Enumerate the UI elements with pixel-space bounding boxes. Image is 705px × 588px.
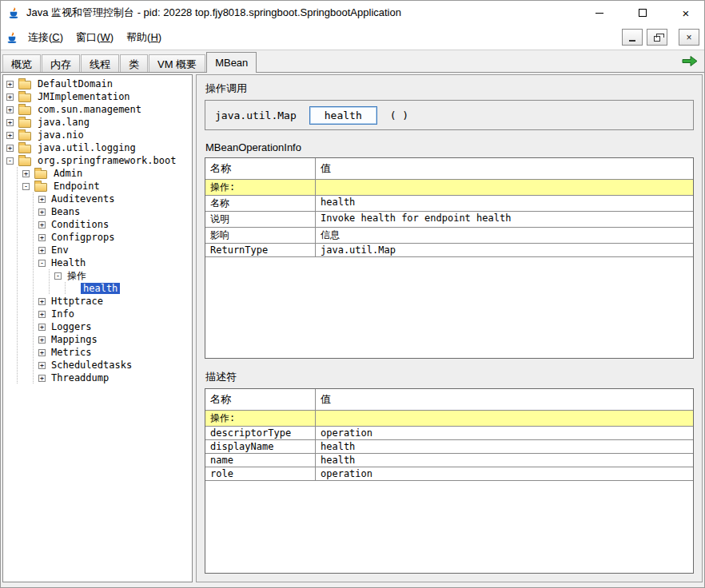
expand-icon[interactable]: +: [38, 247, 46, 254]
table-header-row: 名称值: [205, 158, 693, 180]
tree-indent-guide: [6, 346, 22, 359]
table-row: 名称health: [205, 196, 693, 212]
tree-item-metrics[interactable]: +Metrics: [3, 346, 192, 359]
tree-item-java-lang[interactable]: +java.lang: [3, 116, 192, 129]
tree-item-mappings[interactable]: +Mappings: [3, 333, 192, 346]
expand-icon[interactable]: +: [22, 170, 30, 177]
invoke-health-button[interactable]: health: [309, 106, 377, 125]
tree-item-java-util-logging[interactable]: +java.util.logging: [3, 141, 192, 154]
tree-item-endpoint[interactable]: -Endpoint: [3, 180, 192, 193]
expand-icon[interactable]: +: [38, 311, 46, 318]
tree-item-auditevents[interactable]: +Auditevents: [3, 193, 192, 205]
tree-item-threaddump[interactable]: +Threaddump: [3, 371, 192, 384]
tree-item-health[interactable]: health: [3, 282, 192, 295]
tab-mbean[interactable]: MBean: [206, 52, 257, 73]
collapse-icon[interactable]: -: [38, 260, 46, 267]
tree-item-configprops[interactable]: +Configprops: [3, 231, 192, 244]
tab-strip: 概览内存线程类VM 概要MBean: [2, 50, 257, 72]
expand-icon[interactable]: +: [6, 132, 14, 139]
expand-icon[interactable]: +: [6, 119, 14, 126]
minimize-icon: [595, 13, 603, 14]
tree-item-httptrace[interactable]: +Httptrace: [3, 295, 192, 308]
menu-item-h[interactable]: 帮助(H): [120, 26, 168, 49]
collapse-icon[interactable]: -: [22, 183, 30, 190]
tab-线程[interactable]: 线程: [81, 54, 119, 72]
table-row: namehealth: [205, 454, 693, 467]
operation-params: ( ): [390, 109, 408, 121]
menu-item-c[interactable]: 连接(C): [22, 26, 70, 49]
row-value: java.util.Map: [316, 244, 693, 257]
operation-invoke-box: java.util.Map health ( ): [205, 100, 694, 130]
tree-item-java-nio[interactable]: +java.nio: [3, 129, 192, 141]
tree-item-conditions[interactable]: +Conditions: [3, 218, 192, 231]
window-minimize-button[interactable]: [581, 1, 618, 25]
expander-placeholder: [70, 285, 78, 292]
folder-icon: [18, 119, 31, 128]
tree-indent-guide: [38, 282, 54, 295]
row-name: 说明: [205, 212, 316, 228]
tree-indent-guide: [22, 320, 38, 333]
tree-item-admin[interactable]: +Admin: [3, 167, 192, 180]
expand-icon[interactable]: +: [38, 209, 46, 216]
table-empty-area: [205, 481, 693, 573]
folder-icon: [18, 132, 31, 141]
menu-item-w[interactable]: 窗口(W): [70, 26, 120, 49]
frame-close-button[interactable]: ×: [679, 29, 699, 46]
expand-icon[interactable]: +: [38, 362, 46, 369]
folder-icon: [18, 106, 31, 115]
expand-icon[interactable]: +: [6, 81, 14, 88]
frame-restore-button[interactable]: [647, 29, 667, 46]
row-name: name: [205, 454, 316, 467]
expand-icon[interactable]: +: [6, 93, 14, 101]
tree-item-operations[interactable]: -操作: [3, 269, 192, 282]
tree-indent-guide: [22, 193, 38, 205]
tree-indent-guide: [6, 231, 22, 244]
tree-indent-guide: [22, 333, 38, 346]
tree-item-label: DefaultDomain: [35, 78, 115, 89]
menu-items: 连接(C)窗口(W)帮助(H): [22, 26, 168, 49]
tree-item-env[interactable]: +Env: [3, 244, 192, 256]
tree-item-com-sun-management[interactable]: +com.sun.management: [3, 103, 192, 116]
jconsole-window: Java 监视和管理控制台 - pid: 20228 top.fjy8018.s…: [0, 0, 705, 588]
menu-bar: 连接(C)窗口(W)帮助(H) ×: [1, 25, 704, 50]
expand-icon[interactable]: +: [38, 324, 46, 331]
expand-icon[interactable]: +: [38, 336, 46, 344]
tree-item-label: Beans: [49, 206, 82, 217]
expand-icon[interactable]: +: [38, 234, 46, 241]
expand-icon[interactable]: +: [38, 196, 46, 203]
collapse-icon[interactable]: -: [6, 157, 14, 165]
frame-minimize-button[interactable]: [622, 29, 643, 46]
column-header: 值: [316, 389, 693, 411]
expand-icon[interactable]: +: [38, 298, 46, 305]
tree-item-info[interactable]: +Info: [3, 308, 192, 320]
tab-类[interactable]: 类: [120, 54, 148, 72]
row-value: [316, 411, 693, 427]
window-close-button[interactable]: ×: [667, 1, 704, 25]
window-maximize-button[interactable]: [624, 1, 661, 25]
tree-item-health[interactable]: -Health: [3, 256, 192, 269]
tree-indent-guide: [6, 333, 22, 346]
tree-item-scheduledtasks[interactable]: +Scheduledtasks: [3, 359, 192, 371]
tree-indent-guide: [6, 359, 22, 371]
java-logo-icon: [7, 6, 20, 19]
tab-概览[interactable]: 概览: [2, 54, 41, 72]
expand-icon[interactable]: +: [6, 106, 14, 113]
expand-icon[interactable]: +: [38, 349, 46, 356]
tree-item-loggers[interactable]: +Loggers: [3, 320, 192, 333]
table-row: 影响信息: [205, 228, 693, 244]
tab-内存[interactable]: 内存: [42, 54, 80, 72]
collapse-icon[interactable]: -: [54, 272, 62, 280]
tree-item-label: Conditions: [49, 219, 111, 230]
tree-item-jmimplementation[interactable]: +JMImplementation: [3, 90, 192, 103]
tab-vm-概要[interactable]: VM 概要: [149, 54, 205, 72]
tree-item-org-springframework-boot[interactable]: -org.springframework.boot: [3, 154, 192, 167]
expand-icon[interactable]: +: [38, 221, 46, 228]
expand-icon[interactable]: +: [38, 375, 46, 382]
expand-icon[interactable]: +: [6, 145, 14, 152]
tree-item-beans[interactable]: +Beans: [3, 205, 192, 218]
tree-item-label: health: [81, 283, 120, 294]
tree-item-defaultdomain[interactable]: +DefaultDomain: [3, 77, 192, 90]
column-header: 名称: [205, 389, 316, 411]
tree-item-label: Env: [49, 244, 71, 256]
row-name: 操作:: [205, 411, 316, 427]
